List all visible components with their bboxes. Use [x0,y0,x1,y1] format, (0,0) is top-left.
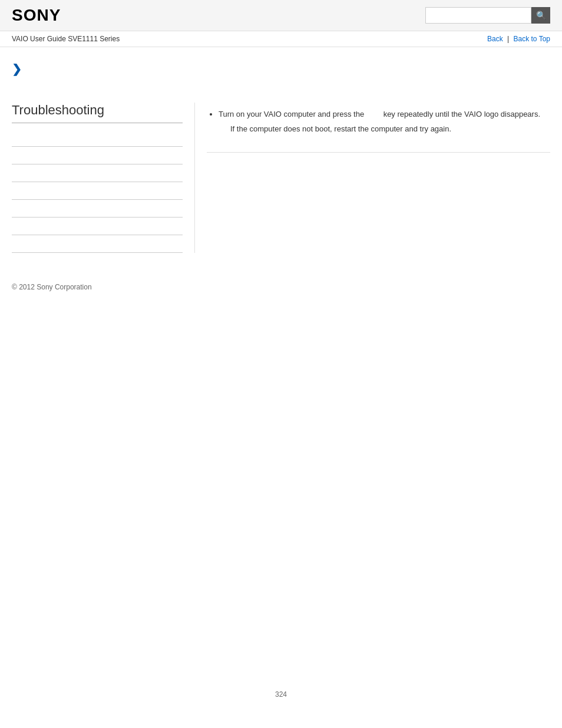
list-item: Turn on your VAIO computer and press the… [219,108,550,136]
instruction-followup: If the computer does not boot, restart t… [230,123,550,136]
copyright-text: © 2012 Sony Corporation [12,283,92,291]
top-section: ❯ [0,47,562,91]
footer: © 2012 Sony Corporation [0,265,562,303]
back-to-top-link[interactable]: Back to Top [514,35,550,43]
instruction-main: Turn on your VAIO computer and press the… [219,110,540,118]
list-item [12,182,183,200]
list-item [12,218,183,235]
nav-separator: | [507,35,509,43]
page-number-container: 324 [0,678,562,710]
chevron-right-icon: ❯ [12,62,22,75]
content-wrapper: Troubleshooting Turn on your VAIO comput… [0,91,562,265]
search-icon: 🔍 [536,11,546,20]
list-item [12,164,183,182]
right-content: Turn on your VAIO computer and press the… [194,103,550,253]
content-section: Turn on your VAIO computer and press the… [207,103,550,153]
sony-logo: SONY [12,6,61,25]
list-item [12,147,183,164]
left-sidebar: Troubleshooting [12,103,194,253]
header: SONY 🔍 [0,0,562,31]
search-input[interactable] [425,7,531,24]
list-item [12,200,183,218]
nav-bar: VAIO User Guide SVE1111 Series Back | Ba… [0,31,562,47]
breadcrumb: VAIO User Guide SVE1111 Series [12,35,120,43]
back-link[interactable]: Back [487,35,503,43]
list-item [12,129,183,147]
sidebar-title: Troubleshooting [12,103,183,123]
nav-links: Back | Back to Top [487,35,550,43]
search-container: 🔍 [425,7,550,24]
bullet-list: Turn on your VAIO computer and press the… [207,108,550,136]
list-item [12,235,183,253]
page-number: 324 [275,690,287,699]
chevron-area[interactable]: ❯ [12,56,550,88]
search-button[interactable]: 🔍 [531,7,550,24]
